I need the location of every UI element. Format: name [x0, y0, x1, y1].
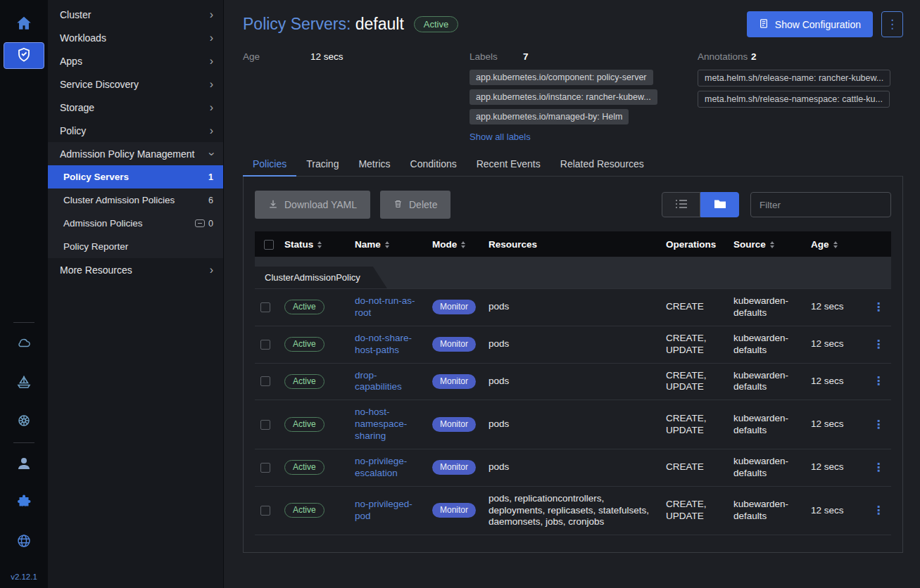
cluster-management-button[interactable] [8, 331, 39, 357]
row-kebab-icon[interactable]: ⋮ [873, 338, 884, 350]
download-icon [268, 199, 278, 211]
sidebar-item-storage[interactable]: Storage › [48, 96, 223, 119]
age-cell: 12 secs [805, 326, 866, 363]
age-cell: 12 secs [805, 289, 866, 326]
show-configuration-button[interactable]: Show Configuration [747, 11, 873, 37]
sidebar-item-admission-policies[interactable]: Admission Policies 0 [48, 212, 223, 235]
policy-name-link[interactable]: no-privileged-pod [355, 499, 412, 521]
table-row: Active do-not-share-host-paths Monitor p… [255, 326, 891, 363]
resources-cell: pods [483, 400, 660, 449]
row-checkbox[interactable] [260, 376, 270, 386]
grouped-view-button[interactable] [700, 192, 739, 217]
row-kebab-icon[interactable]: ⋮ [873, 461, 884, 473]
kubewarden-app-button[interactable] [4, 42, 44, 69]
column-header-status[interactable]: Status [279, 231, 349, 257]
rail-divider [13, 322, 34, 323]
tab-tracing[interactable]: Tracing [296, 152, 348, 176]
row-checkbox[interactable] [260, 506, 270, 516]
operations-cell: CREATE [660, 289, 728, 326]
sidebar-item-service-discovery[interactable]: Service Discovery › [48, 72, 223, 96]
tab-policies[interactable]: Policies [243, 152, 296, 176]
annotations-label: Annotations [698, 51, 751, 62]
delete-button[interactable]: Delete [380, 191, 450, 219]
sidebar-item-cluster-admission-policies[interactable]: Cluster Admission Policies 6 [48, 188, 223, 212]
row-kebab-icon[interactable]: ⋮ [873, 504, 884, 516]
label-chip: app.kubernetes.io/component: policy-serv… [470, 70, 653, 85]
sidebar: Cluster › Workloads › Apps › Service Dis… [48, 0, 224, 588]
sidebar-item-cluster[interactable]: Cluster › [48, 3, 223, 26]
column-header-age[interactable]: Age [805, 231, 866, 257]
cloud-icon [15, 335, 33, 353]
nav-label: Admission Policy Management [60, 148, 194, 160]
policy-name-link[interactable]: drop-capabilities [355, 370, 402, 392]
nav-count: 6 [208, 196, 213, 205]
nav-label: Workloads [60, 32, 106, 44]
chevron-right-icon: › [210, 264, 213, 276]
detail-summary: Age12 secs Labels7 app.kubernetes.io/com… [243, 51, 903, 142]
sidebar-item-policy-reporter[interactable]: Policy Reporter [48, 235, 223, 258]
annotation-chip: meta.helm.sh/release-name: rancher-kubew… [698, 70, 890, 87]
user-icon [15, 455, 32, 474]
globe-icon [15, 532, 32, 551]
mode-badge: Monitor [432, 460, 476, 475]
policy-name-link[interactable]: no-privilege-escalation [355, 456, 407, 478]
row-kebab-icon[interactable]: ⋮ [873, 375, 884, 387]
group-header: ClusterAdmissionPolicy [255, 267, 387, 288]
user-button[interactable] [8, 452, 39, 477]
row-kebab-icon[interactable]: ⋮ [873, 418, 884, 430]
policies-table: Status Name Mode Resources Operations So… [255, 231, 891, 535]
page-header: Policy Servers: default Active Show Conf… [243, 11, 903, 37]
column-header-source[interactable]: Source [728, 231, 805, 257]
sidebar-item-admission-policy-management[interactable]: Admission Policy Management › [48, 142, 223, 165]
annotation-chip: meta.helm.sh/release-namespace: cattle-k… [698, 91, 890, 108]
page-title: Policy Servers: default [243, 15, 404, 34]
labels-label: Labels [470, 51, 523, 62]
column-header-mode[interactable]: Mode [427, 231, 483, 257]
column-header-operations: Operations [660, 231, 728, 257]
filter-input[interactable] [750, 192, 891, 217]
sidebar-item-more-resources[interactable]: More Resources › [48, 258, 223, 281]
resources-cell: pods [483, 449, 660, 486]
sidebar-item-apps[interactable]: Apps › [48, 49, 223, 72]
source-cell: kubewarden-defaults [728, 486, 805, 535]
resources-cell: pods, replicationcontrollers, deployment… [483, 486, 660, 535]
header-kebab-button[interactable]: ⋮ [881, 11, 903, 37]
extensions-button[interactable] [8, 490, 39, 516]
column-header-name[interactable]: Name [349, 231, 427, 257]
nav-label: More Resources [60, 264, 132, 276]
row-checkbox[interactable] [260, 302, 270, 312]
policy-name-link[interactable]: do-not-run-as-root [355, 295, 415, 318]
sidebar-item-policy[interactable]: Policy › [48, 119, 223, 142]
status-badge: Active [414, 16, 458, 32]
list-view-button[interactable] [662, 192, 700, 217]
policy-name-link[interactable]: do-not-share-host-paths [355, 333, 412, 355]
sidebar-item-policy-servers[interactable]: Policy Servers 1 [48, 165, 223, 188]
sidebar-item-workloads[interactable]: Workloads › [48, 26, 223, 49]
show-all-labels-link[interactable]: Show all labels [470, 132, 531, 142]
row-kebab-icon[interactable]: ⋮ [873, 301, 884, 313]
age-cell: 12 secs [805, 486, 866, 535]
nav-label: Policy Servers [63, 172, 129, 182]
row-checkbox[interactable] [260, 340, 270, 350]
folder-icon [714, 199, 726, 211]
helm-wheel-button[interactable] [8, 409, 39, 434]
tab-metrics[interactable]: Metrics [348, 152, 400, 176]
tab-recent-events[interactable]: Recent Events [467, 152, 550, 176]
nav-label: Cluster Admission Policies [63, 195, 175, 205]
row-checkbox[interactable] [260, 463, 270, 473]
download-yaml-button[interactable]: Download YAML [255, 191, 370, 219]
tab-related-resources[interactable]: Related Resources [550, 152, 654, 176]
fleet-button[interactable] [8, 370, 39, 395]
home-button[interactable] [8, 11, 39, 37]
sidebar-group-admission-policy-management: Admission Policy Management › Policy Ser… [48, 142, 223, 258]
row-checkbox[interactable] [260, 420, 270, 430]
globe-button[interactable] [8, 529, 39, 554]
source-cell: kubewarden-defaults [728, 289, 805, 326]
page-title-type[interactable]: Policy Servers: [243, 15, 351, 33]
status-badge: Active [284, 374, 324, 389]
tab-conditions[interactable]: Conditions [401, 152, 467, 176]
chevron-right-icon: › [210, 32, 213, 44]
policy-name-link[interactable]: no-host-namespace-sharing [355, 407, 407, 441]
select-all-checkbox[interactable] [264, 240, 274, 250]
table-toolbar: Download YAML Delete [255, 191, 891, 219]
